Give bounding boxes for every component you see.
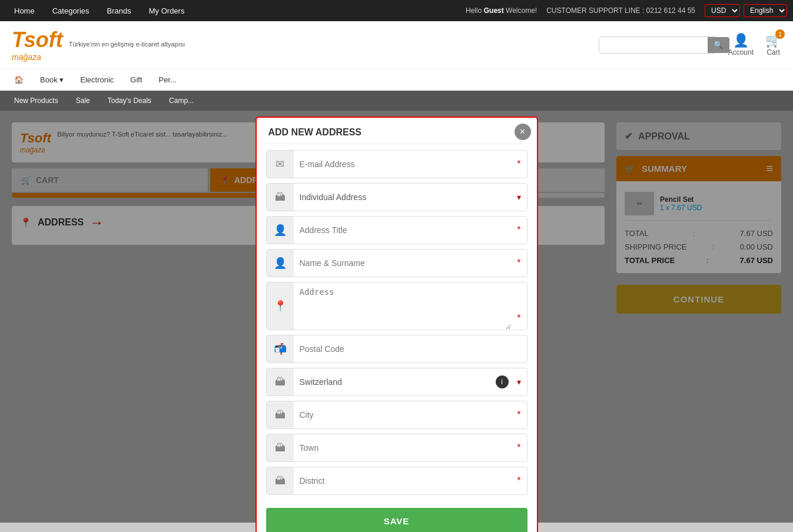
cat-nav-home[interactable]: 🏠 (6, 71, 32, 89)
logo-area: Tsoft mağaza Türkiye'nin en gelişmiş e-t… (12, 28, 185, 62)
district-icon: 🏔 (267, 467, 294, 494)
city-required: * (511, 410, 526, 420)
name-surname-row: 👤 * (266, 249, 527, 277)
top-navigation: Home Categories Brands My Orders Hello G… (0, 0, 793, 21)
district-required: * (511, 476, 526, 486)
country-icon: 🏔 (267, 368, 294, 395)
town-icon: 🏔 (267, 434, 294, 461)
top-nav-links: Home Categories Brands My Orders (6, 3, 193, 19)
address-title-row: 👤 * (266, 216, 527, 244)
currency-lang-selector: USD EUR TRY English Türkçe (705, 4, 787, 17)
cat-nav-electronic[interactable]: Electronic (72, 71, 122, 89)
cart-link[interactable]: 🛒 1 Cart (765, 33, 781, 56)
support-line: CUSTOMER SUPPORT LINE : 0212 612 44 55 (546, 6, 695, 15)
address-title-required: * (511, 225, 526, 235)
currency-select[interactable]: USD EUR TRY (705, 4, 740, 17)
email-required: * (511, 159, 526, 169)
modal-footer: SAVE (257, 501, 537, 532)
add-address-modal: ADD NEW ADDRESS × ✉ * 🏔 Individual Addre… (256, 117, 538, 532)
city-input[interactable] (294, 405, 512, 424)
logo-magaza: mağaza (12, 52, 63, 62)
cat-nav-gift[interactable]: Gift (122, 71, 150, 89)
logo-tagline: Türkiye'nin en gelişmiş e-ticaret altyap… (69, 40, 185, 49)
country-input[interactable] (294, 373, 496, 391)
town-row: 🏔 * (266, 434, 527, 462)
nav-categories[interactable]: Categories (44, 3, 98, 19)
postal-code-row: 📬 (266, 335, 527, 363)
logo[interactable]: Tsoft mağaza (12, 28, 63, 62)
cat-nav-book[interactable]: Book ▾ (32, 71, 72, 89)
city-row: 🏔 * (266, 401, 527, 429)
town-input[interactable] (294, 438, 512, 457)
save-button[interactable]: SAVE (266, 508, 527, 532)
promo-todays-deals[interactable]: Today's Deals (99, 93, 160, 108)
email-row: ✉ * (266, 150, 527, 178)
district-row: 🏔 * (266, 467, 527, 495)
district-input[interactable] (294, 471, 512, 490)
name-surname-input[interactable] (294, 254, 512, 272)
address-icon: 📍 (267, 282, 294, 330)
promo-sale[interactable]: Sale (68, 93, 98, 108)
postal-code-icon: 📬 (267, 335, 294, 363)
name-required: * (511, 258, 526, 268)
dropdown-chevron-icon: ▾ (511, 192, 527, 202)
name-surname-icon: 👤 (267, 250, 294, 277)
postal-code-input[interactable] (294, 340, 527, 358)
promo-new-products[interactable]: New Products (6, 93, 67, 108)
address-title-icon: 👤 (267, 217, 294, 244)
email-input[interactable] (294, 155, 512, 174)
category-nav: 🏠 Book ▾ Electronic Gift Per... (0, 68, 793, 91)
search-bar: 🔍 (599, 36, 716, 54)
main-content: Tsoft mağaza Biliyor muydunuz? T-Soft eT… (0, 111, 793, 523)
account-link[interactable]: 👤 Account (728, 33, 754, 56)
country-dropdown-icon: ▾ (511, 377, 527, 387)
address-title-input[interactable] (294, 221, 512, 240)
country-row: 🏔 i ▾ (266, 368, 527, 396)
town-required: * (511, 443, 526, 453)
search-button[interactable]: 🔍 (708, 37, 729, 53)
address-type-select[interactable]: Individual Address Corporate Address (294, 188, 511, 207)
address-required: * (511, 313, 526, 330)
header: Tsoft mağaza Türkiye'nin en gelişmiş e-t… (0, 21, 793, 68)
info-button[interactable]: i (496, 375, 509, 388)
email-icon: ✉ (267, 151, 294, 178)
promo-bar: New Products Sale Today's Deals Camp... (0, 91, 793, 111)
address-type-icon: 🏔 (267, 184, 294, 211)
address-row: 📍 * (266, 282, 527, 330)
nav-my-orders[interactable]: My Orders (141, 3, 193, 19)
city-icon: 🏔 (267, 401, 294, 428)
welcome-message: Hello Guest Welcome! (466, 6, 537, 15)
logo-tsoft: Tsoft (12, 28, 63, 52)
cart-badge: 1 (775, 29, 785, 39)
modal-overlay: ADD NEW ADDRESS × ✉ * 🏔 Individual Addre… (0, 111, 793, 523)
cat-nav-per[interactable]: Per... (151, 71, 185, 89)
address-type-row: 🏔 Individual Address Corporate Address ▾ (266, 183, 527, 211)
modal-close-button[interactable]: × (515, 124, 531, 140)
top-nav-right: Hello Guest Welcome! CUSTOMER SUPPORT LI… (466, 4, 787, 17)
language-select[interactable]: English Türkçe (744, 4, 787, 17)
modal-body: ✉ * 🏔 Individual Address Corporate Addre… (257, 144, 537, 501)
address-textarea[interactable] (294, 282, 512, 330)
nav-home[interactable]: Home (6, 3, 43, 19)
search-input[interactable] (599, 37, 708, 53)
nav-brands[interactable]: Brands (99, 3, 140, 19)
promo-camp[interactable]: Camp... (161, 93, 202, 108)
modal-title: ADD NEW ADDRESS (257, 118, 537, 144)
